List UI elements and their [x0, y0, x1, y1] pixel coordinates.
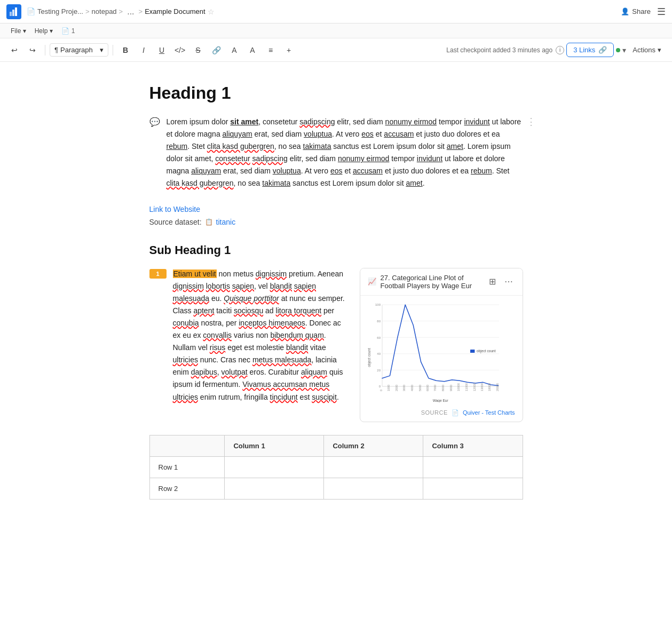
svg-text:0: 0: [380, 390, 383, 391]
chart-hierarchy-button[interactable]: ⊞: [487, 275, 498, 288]
block-more-button[interactable]: ⋮: [526, 116, 536, 128]
table-row: Row 2: [149, 478, 523, 499]
redo-button[interactable]: ↪: [25, 42, 41, 58]
svg-text:9000: 9000: [449, 385, 452, 391]
svg-text:40: 40: [377, 352, 381, 355]
links-button[interactable]: 3 Links 🔗: [566, 43, 614, 57]
paragraph-1: Lorem ipsum dolor sit amet, consetetur s…: [167, 116, 523, 190]
toolbar-divider-1: [45, 45, 45, 56]
svg-text:4000: 4000: [410, 385, 414, 391]
italic-button[interactable]: I: [136, 42, 152, 58]
bold-sit-amet: sit amet: [230, 117, 258, 126]
comment-icon[interactable]: 💬: [149, 117, 160, 190]
source-prefix: SOURCE: [421, 409, 448, 416]
breadcrumb-more[interactable]: ...: [125, 7, 136, 17]
checkpoint-text: Last checkpoint added 3 minutes ago: [446, 46, 552, 54]
svg-rect-2: [15, 7, 17, 16]
checkpoint-info: Last checkpoint added 3 minutes ago i: [446, 46, 564, 54]
svg-text:7000: 7000: [433, 385, 437, 391]
svg-text:10000: 10000: [457, 383, 460, 391]
breadcrumb-notebook[interactable]: notepad: [92, 7, 117, 15]
table-header-3: Column 3: [423, 435, 523, 456]
table-cell-row2-col2: [324, 478, 423, 499]
svg-text:object count: object count: [367, 348, 371, 367]
help-menu[interactable]: Help ▾: [30, 26, 57, 36]
breadcrumb-doc-title[interactable]: Example Document: [145, 7, 205, 15]
table-cell-row2-col1: [225, 478, 324, 499]
paragraph-2: Etiam ut velit non metus dignissim preti…: [173, 268, 347, 403]
svg-text:12000: 12000: [472, 383, 476, 391]
chart-source-link[interactable]: Quiver - Test Charts: [463, 409, 515, 416]
text-column: 1 Etiam ut velit non metus dignissim pre…: [149, 268, 347, 414]
table-cell-row2-label: Row 2: [149, 478, 225, 499]
chart-title: 📈 27. Categorical Line Plot of Football …: [368, 274, 487, 290]
link-button[interactable]: 🔗: [208, 42, 224, 58]
svg-text:6000: 6000: [426, 385, 429, 391]
breadcrumb-project[interactable]: Testing Proje...: [37, 7, 83, 15]
actions-button[interactable]: Actions ▾: [628, 43, 666, 57]
chevron-down-icon: ▾: [100, 46, 104, 54]
svg-text:100: 100: [375, 303, 381, 306]
dropdown-arrow[interactable]: ▾: [622, 46, 626, 54]
align-button[interactable]: ≡: [263, 42, 279, 58]
star-button[interactable]: ☆: [208, 7, 215, 16]
heading-2: Sub Heading 1: [149, 243, 523, 257]
document-table: Column 1 Column 2 Column 3 Row 1 Row 2: [149, 435, 523, 500]
svg-text:Wage Eur: Wage Eur: [432, 398, 448, 402]
undo-button[interactable]: ↩: [6, 42, 22, 58]
file-menu[interactable]: File ▾: [6, 26, 30, 36]
comment-numbered-icon[interactable]: 1: [149, 269, 167, 279]
underline-button[interactable]: U: [154, 42, 170, 58]
menu-bar: File ▾ Help ▾ 📄 1: [0, 23, 672, 38]
highlight-text: Etiam ut velit: [173, 270, 217, 278]
table-header-1: Column 1: [225, 435, 324, 456]
chart-title-icon: 📈: [368, 278, 376, 286]
share-button[interactable]: 👤 Share: [621, 7, 651, 15]
table-header-2: Column 2: [324, 435, 423, 456]
paragraph-icon: ¶: [54, 46, 58, 54]
chart-more-button[interactable]: ⋯: [502, 275, 515, 288]
svg-text:80: 80: [377, 320, 381, 323]
svg-rect-1: [12, 10, 14, 16]
top-bar: 📄 Testing Proje... > notepad > ... > Exa…: [0, 0, 672, 23]
bold-button[interactable]: B: [117, 42, 133, 58]
two-col-section: 1 Etiam ut velit non metus dignissim pre…: [149, 268, 523, 422]
menu-icon[interactable]: ☰: [657, 6, 666, 18]
table-cell-row1-col3: [423, 456, 523, 478]
code-button[interactable]: </>: [172, 42, 188, 58]
svg-text:20000: 20000: [495, 383, 499, 391]
chart-column: 📈 27. Categorical Line Plot of Football …: [360, 268, 523, 422]
app-icon: [6, 4, 21, 19]
table-cell-row1-col1: [225, 456, 324, 478]
table-cell-row1-label: Row 1: [149, 456, 225, 478]
dataset-link[interactable]: titanic: [216, 218, 236, 226]
more-formatting-button[interactable]: +: [281, 42, 297, 58]
chart-header-actions: ⊞ ⋯: [487, 275, 515, 288]
svg-text:13000: 13000: [480, 383, 484, 391]
paragraph-block-1: 💬 Lorem ipsum dolor sit amet, consetetur…: [149, 116, 523, 190]
font-color-button[interactable]: A: [226, 42, 242, 58]
paragraph-block-2: 1 Etiam ut velit non metus dignissim pre…: [149, 268, 347, 403]
svg-text:18000: 18000: [488, 383, 491, 391]
highlight-button[interactable]: A: [244, 42, 260, 58]
user-icon: 👤: [621, 7, 629, 15]
strikethrough-button[interactable]: S: [190, 42, 206, 58]
svg-rect-0: [10, 12, 12, 16]
top-bar-right: 👤 Share ☰: [621, 6, 666, 18]
editor-container: Heading 1 💬 Lorem ipsum dolor sit amet, …: [117, 62, 555, 532]
chart-body: object count: [360, 296, 523, 406]
link-to-website[interactable]: Link to Website: [149, 205, 200, 213]
breadcrumb: 📄 Testing Proje... > notepad > ... > Exa…: [27, 7, 621, 17]
page-count: 📄 1: [61, 27, 75, 35]
chart-svg: object count: [365, 300, 518, 402]
svg-text:object count: object count: [477, 349, 496, 353]
source-icon: 📄: [452, 409, 459, 416]
paragraph-style-select[interactable]: ¶ Paragraph ▾: [50, 43, 108, 57]
table-cell-row2-col3: [423, 478, 523, 499]
svg-text:8000: 8000: [441, 385, 445, 391]
svg-rect-35: [470, 350, 475, 353]
table-cell-row1-col2: [324, 456, 423, 478]
info-icon[interactable]: i: [556, 46, 564, 54]
link-icon: 🔗: [598, 46, 607, 54]
svg-text:11000: 11000: [464, 383, 468, 391]
